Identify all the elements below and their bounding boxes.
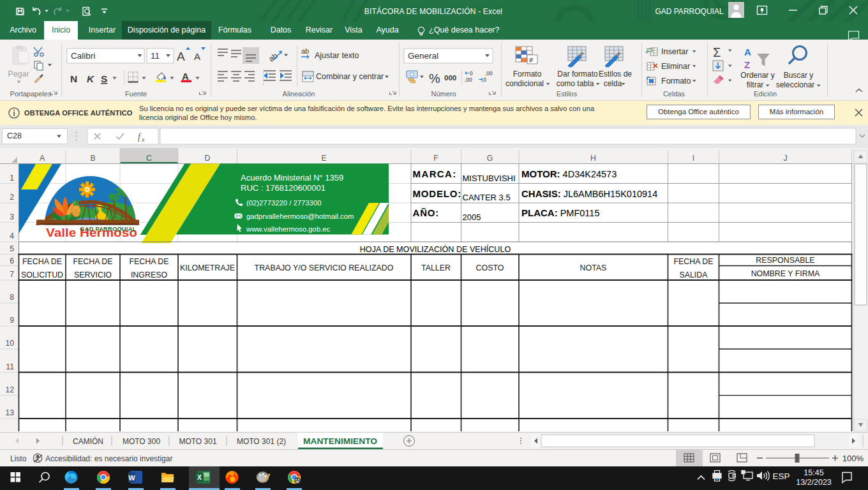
svg-text:COSTO: COSTO — [476, 264, 504, 272]
svg-text:G: G — [487, 154, 493, 163]
svg-text:MODELO:: MODELO: — [413, 188, 461, 199]
svg-text:CANTER 3.5: CANTER 3.5 — [463, 193, 511, 202]
svg-text:RESPONSABLE: RESPONSABLE — [756, 256, 814, 265]
svg-text:GAD PARROQUIAL: GAD PARROQUIAL — [80, 226, 136, 232]
svg-text:NOMBRE Y FIRMA: NOMBRE Y FIRMA — [751, 269, 820, 278]
svg-text:(02)2773220 / 2773300: (02)2773220 / 2773300 — [246, 199, 321, 207]
svg-text:Combinar y centrar: Combinar y centrar — [316, 72, 384, 81]
svg-text:filtrar: filtrar — [747, 80, 764, 89]
svg-text:Número: Número — [431, 90, 456, 98]
svg-text:x: x — [141, 136, 145, 143]
svg-text:100%: 100% — [842, 454, 864, 463]
svg-text:como tabla: como tabla — [557, 79, 594, 88]
svg-text:AÑO:: AÑO: — [413, 207, 440, 218]
svg-text:Z: Z — [744, 59, 750, 70]
svg-text:5: 5 — [10, 244, 14, 253]
svg-text:MOTOR: 4D34K24573: MOTOR: 4D34K24573 — [521, 168, 617, 179]
svg-text:E: E — [321, 154, 326, 163]
svg-text:MOTO 301 (2): MOTO 301 (2) — [237, 437, 286, 446]
svg-text:6: 6 — [10, 256, 14, 265]
svg-text:9: 9 — [10, 316, 14, 325]
svg-text:D: D — [205, 154, 211, 163]
svg-text:BITÁCORA DE MOBILIZACIÓN - E: BITÁCORA DE MOBILIZACIÓN - Excel — [364, 6, 502, 16]
svg-text:Estilos: Estilos — [557, 90, 578, 98]
svg-text:11: 11 — [151, 51, 160, 61]
svg-text:FECHA DE: FECHA DE — [73, 257, 113, 266]
svg-text:A: A — [194, 51, 200, 62]
svg-text:Buscar y: Buscar y — [784, 71, 814, 80]
svg-text:FECHA DE: FECHA DE — [130, 257, 169, 266]
svg-text:ESP: ESP — [772, 471, 789, 481]
svg-text:NOTAS: NOTAS — [580, 264, 607, 272]
svg-text:11: 11 — [6, 362, 14, 371]
svg-text:gadprvallehermoso@hotmail.com: gadprvallehermoso@hotmail.com — [246, 212, 354, 220]
svg-text:TRABAJO Y/O SERVICIO REALIZADO: TRABAJO Y/O SERVICIO REALIZADO — [255, 264, 394, 272]
svg-text:CAMIÓN: CAMIÓN — [73, 436, 103, 446]
svg-text:Alineación: Alineación — [283, 90, 315, 98]
svg-text:8: 8 — [10, 293, 14, 302]
svg-text:,00: ,00 — [465, 77, 472, 83]
svg-text:F: F — [433, 154, 438, 163]
svg-text:Calibri: Calibri — [71, 51, 95, 61]
svg-text:Accesibilidad: es necesario in: Accesibilidad: es necesario investigar — [45, 454, 172, 463]
svg-text:J: J — [783, 154, 787, 163]
svg-text:Insertar: Insertar — [661, 47, 688, 56]
svg-text:7: 7 — [10, 270, 14, 279]
svg-text:MISTUBVISHI: MISTUBVISHI — [463, 174, 516, 183]
svg-text:12: 12 — [5, 385, 14, 394]
svg-text:Acuerdo Ministerial N° 1359: Acuerdo Ministerial N° 1359 — [241, 173, 343, 182]
svg-text:GAD PARROQUIAL: GAD PARROQUIAL — [655, 7, 723, 16]
svg-text:SOLICITUD: SOLICITUD — [21, 271, 63, 279]
svg-text:1: 1 — [10, 174, 14, 182]
svg-text:INGRESO: INGRESO — [131, 271, 168, 279]
svg-text:15:45: 15:45 — [804, 468, 823, 477]
svg-text:X: X — [197, 473, 202, 481]
svg-text:,00: ,00 — [485, 70, 493, 77]
svg-text:000: 000 — [444, 74, 456, 82]
svg-text:Eliminar: Eliminar — [661, 62, 690, 71]
svg-text:Formato: Formato — [661, 77, 691, 85]
svg-text:Listo: Listo — [10, 454, 27, 463]
svg-text:Edición: Edición — [754, 90, 777, 98]
svg-text:I: I — [692, 154, 694, 163]
svg-text:KILOMETRAJE: KILOMETRAJE — [180, 264, 235, 272]
svg-text:condicional: condicional — [505, 79, 544, 88]
svg-text:PLACA: PMF0115: PLACA: PMF0115 — [521, 207, 600, 218]
svg-text:MOTO 301: MOTO 301 — [179, 437, 216, 446]
svg-text:H: H — [590, 154, 596, 163]
svg-text:C: C — [146, 154, 152, 163]
svg-text:4: 4 — [10, 232, 14, 241]
svg-text:Estilos de: Estilos de — [599, 70, 632, 78]
svg-text:Ajustar texto: Ajustar texto — [315, 51, 359, 60]
svg-text:13: 13 — [5, 408, 14, 417]
svg-text:MOTO 300: MOTO 300 — [123, 437, 160, 446]
svg-text:A: A — [177, 50, 185, 63]
svg-text:SALIDA: SALIDA — [679, 271, 708, 279]
svg-text:Dar formato: Dar formato — [557, 70, 598, 78]
svg-text:Σ: Σ — [713, 45, 721, 59]
svg-text:Pegar: Pegar — [8, 70, 29, 78]
svg-text:FECHA DE: FECHA DE — [22, 257, 62, 266]
svg-text:A: A — [182, 71, 189, 82]
svg-text:Fuente: Fuente — [125, 90, 147, 98]
svg-text:≠: ≠ — [529, 56, 534, 64]
svg-text:S: S — [101, 73, 107, 84]
svg-text:3: 3 — [10, 212, 14, 221]
svg-text:ab: ab — [301, 47, 309, 55]
svg-text:MARCA:: MARCA: — [413, 168, 457, 179]
svg-text:2: 2 — [10, 193, 14, 202]
svg-text:Portapapeles: Portapapeles — [10, 90, 52, 98]
svg-text:HOJA DE MOVILIZACIÓN DE VEHÍCU: HOJA DE MOVILIZACIÓN DE VEHÍCULO — [360, 244, 511, 254]
svg-text:General: General — [408, 51, 438, 61]
svg-text:Formato: Formato — [513, 70, 542, 78]
svg-text:N: N — [70, 73, 77, 84]
svg-text:MANTENIMIENTO: MANTENIMIENTO — [303, 437, 377, 446]
svg-text:CHASIS: JL6AMB6H15K010914: CHASIS: JL6AMB6H15K010914 — [521, 188, 657, 199]
svg-text:seleccionar: seleccionar — [776, 80, 815, 89]
svg-text:TALLER: TALLER — [421, 264, 451, 272]
svg-text:Celdas: Celdas — [663, 90, 685, 98]
svg-text:RUC : 1768120600001: RUC : 1768120600001 — [241, 183, 326, 193]
svg-text:www.vallehermoso.gob.ec: www.vallehermoso.gob.ec — [246, 225, 331, 233]
svg-text:%: % — [429, 71, 440, 85]
svg-text:13/2/2023: 13/2/2023 — [796, 478, 832, 487]
